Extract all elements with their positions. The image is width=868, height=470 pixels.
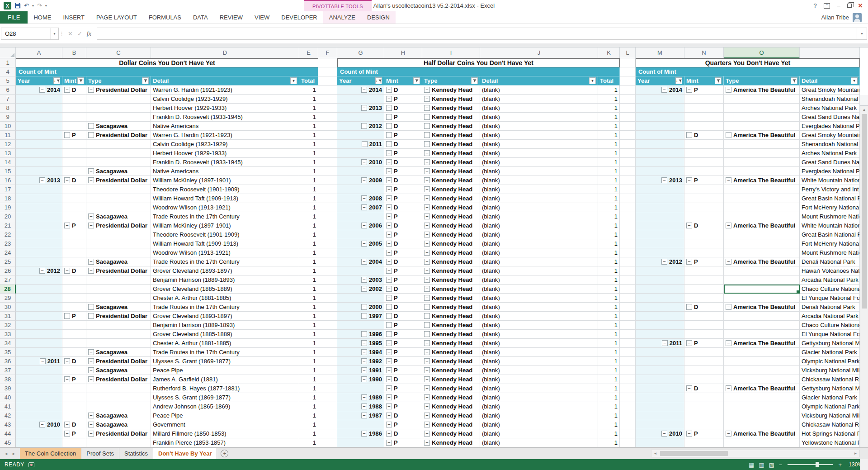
- grid-cell[interactable]: [16, 158, 62, 167]
- grid-cell[interactable]: [636, 185, 684, 194]
- spacer-cell[interactable]: [318, 239, 337, 248]
- grid-cell[interactable]: (blank): [480, 402, 598, 411]
- grid-cell[interactable]: 1: [598, 104, 620, 113]
- collapse-icon[interactable]: −: [64, 358, 70, 364]
- collapse-icon[interactable]: −: [386, 349, 392, 355]
- grid-cell[interactable]: −D: [62, 85, 86, 95]
- grid-cell[interactable]: 1: [598, 140, 620, 149]
- grid-cell[interactable]: −Presidential Dollar: [86, 131, 151, 140]
- row-header-20[interactable]: 20: [0, 212, 16, 221]
- grid-cell[interactable]: Chester A. Arthur (1881-1885): [151, 294, 299, 303]
- collapse-icon[interactable]: −: [386, 87, 392, 93]
- collapse-icon[interactable]: −: [424, 214, 430, 219]
- collapse-icon[interactable]: −: [386, 268, 392, 274]
- grid-cell[interactable]: 1: [598, 257, 620, 266]
- grid-cell[interactable]: −P: [684, 429, 724, 438]
- column-header-partial[interactable]: [800, 47, 860, 58]
- grid-cell[interactable]: [636, 348, 684, 357]
- new-sheet-icon[interactable]: +: [221, 450, 228, 457]
- grid-cell[interactable]: [86, 140, 151, 149]
- collapse-icon[interactable]: −: [386, 413, 392, 418]
- collapse-icon[interactable]: −: [361, 177, 367, 183]
- spacer-cell[interactable]: [620, 330, 636, 339]
- row-header-31[interactable]: 31: [0, 312, 16, 321]
- count-of-mint-label[interactable]: Count of Mint: [16, 67, 318, 76]
- ribbon-tab-insert[interactable]: INSERT: [57, 11, 90, 24]
- grid-cell[interactable]: −1995: [337, 339, 384, 348]
- row-header-25[interactable]: 25: [0, 257, 16, 266]
- tab-scroll-left-icon[interactable]: ◄: [4, 451, 8, 456]
- spacer-cell[interactable]: [620, 339, 636, 348]
- collapse-icon[interactable]: −: [64, 223, 70, 228]
- grid-cell[interactable]: [684, 230, 724, 239]
- grid-cell[interactable]: [62, 303, 86, 312]
- collapse-icon[interactable]: −: [726, 223, 731, 228]
- collapse-icon[interactable]: −: [424, 123, 430, 129]
- grid-cell[interactable]: −D: [384, 140, 422, 149]
- grid-cell[interactable]: [62, 438, 86, 447]
- grid-cell[interactable]: Herbert Hoover (1929-1933): [151, 104, 299, 113]
- collapse-icon[interactable]: −: [88, 422, 94, 427]
- grid-cell[interactable]: [636, 140, 684, 149]
- pivot-title[interactable]: Quarters You Don't Have Yet: [636, 58, 860, 67]
- grid-cell[interactable]: (blank): [480, 429, 598, 438]
- grid-cell[interactable]: [62, 158, 86, 167]
- grid-cell[interactable]: [636, 149, 684, 158]
- collapse-icon[interactable]: −: [424, 114, 430, 120]
- collapse-icon[interactable]: −: [386, 141, 392, 147]
- spacer-cell[interactable]: [620, 149, 636, 158]
- grid-cell[interactable]: 1: [299, 104, 318, 113]
- grid-cell[interactable]: [86, 321, 151, 330]
- grid-cell[interactable]: El Yunque National Fo: [800, 294, 860, 303]
- collapse-icon[interactable]: −: [361, 277, 367, 283]
- grid-cell[interactable]: [16, 230, 62, 239]
- grid-cell[interactable]: 1: [299, 438, 318, 447]
- grid-cell[interactable]: −2013: [636, 176, 684, 185]
- row-header-18[interactable]: 18: [0, 194, 16, 203]
- spacer-cell[interactable]: [620, 230, 636, 239]
- grid-cell[interactable]: 1: [598, 203, 620, 212]
- grid-cell[interactable]: [684, 140, 724, 149]
- column-header-F[interactable]: F: [318, 47, 337, 58]
- grid-cell[interactable]: −2011: [16, 357, 62, 366]
- column-header-N[interactable]: N: [684, 47, 724, 58]
- grid-cell[interactable]: −Kennedy Head: [422, 330, 480, 339]
- grid-cell[interactable]: 1: [299, 420, 318, 429]
- grid-cell[interactable]: [16, 122, 62, 131]
- grid-cell[interactable]: −Sacagawea: [86, 420, 151, 429]
- collapse-icon[interactable]: −: [88, 349, 94, 355]
- grid-cell[interactable]: [636, 285, 684, 294]
- grid-cell[interactable]: [684, 411, 724, 420]
- grid-cell[interactable]: 1: [598, 321, 620, 330]
- grid-cell[interactable]: −D: [384, 257, 422, 266]
- grid-cell[interactable]: −Presidential Dollar: [86, 176, 151, 185]
- collapse-icon[interactable]: −: [661, 431, 667, 437]
- grid-cell[interactable]: Gettysburg National M: [800, 384, 860, 393]
- collapse-icon[interactable]: −: [726, 87, 731, 93]
- grid-cell[interactable]: −P: [62, 312, 86, 321]
- spacer-cell[interactable]: [620, 212, 636, 221]
- grid-cell[interactable]: [86, 95, 151, 104]
- collapse-icon[interactable]: −: [726, 431, 731, 437]
- collapse-icon[interactable]: −: [424, 177, 430, 183]
- name-box-dropdown-icon[interactable]: ▾: [50, 28, 58, 39]
- ribbon-display-options-icon[interactable]: ^: [824, 3, 830, 9]
- grid-cell[interactable]: Grover Cleveland (1893-1897): [151, 312, 299, 321]
- grid-cell[interactable]: (blank): [480, 285, 598, 294]
- collapse-icon[interactable]: −: [386, 286, 392, 292]
- grid-cell[interactable]: [62, 384, 86, 393]
- collapse-icon[interactable]: −: [424, 367, 430, 373]
- grid-cell[interactable]: −Kennedy Head: [422, 303, 480, 312]
- row-header-26[interactable]: 26: [0, 266, 16, 275]
- grid-cell[interactable]: [636, 158, 684, 167]
- dropdown-icon[interactable]: ▾: [851, 77, 858, 84]
- collapse-icon[interactable]: −: [386, 385, 392, 391]
- grid-cell[interactable]: [684, 312, 724, 321]
- grid-cell[interactable]: Gettysburg National M: [800, 339, 860, 348]
- grid-cell[interactable]: Herbert Hoover (1929-1933): [151, 149, 299, 158]
- grid-cell[interactable]: [337, 384, 384, 393]
- grid-cell[interactable]: 1: [299, 185, 318, 194]
- grid-cell[interactable]: −Kennedy Head: [422, 285, 480, 294]
- collapse-icon[interactable]: −: [386, 331, 392, 337]
- grid-cell[interactable]: [684, 375, 724, 384]
